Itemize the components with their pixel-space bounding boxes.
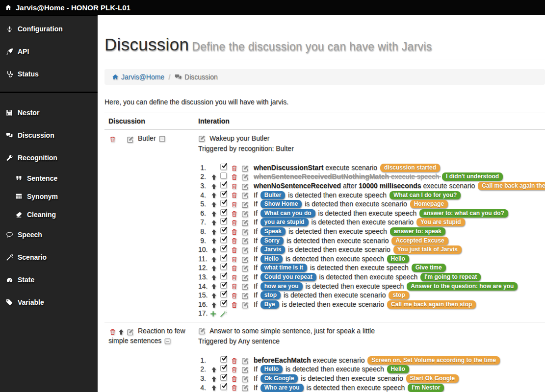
pencil-square-icon[interactable] bbox=[241, 228, 249, 236]
pencil-square-icon[interactable] bbox=[127, 136, 134, 143]
arrow-up-icon[interactable] bbox=[211, 192, 217, 198]
trash-icon[interactable] bbox=[231, 192, 237, 199]
enabled-checkbox[interactable] bbox=[220, 291, 227, 297]
pencil-square-icon[interactable] bbox=[241, 283, 249, 290]
trash-icon[interactable] bbox=[109, 328, 116, 336]
pencil-square-icon[interactable] bbox=[241, 192, 249, 199]
pencil-square-icon[interactable] bbox=[241, 165, 249, 172]
trash-icon[interactable] bbox=[231, 237, 237, 245]
pencil-square-icon[interactable] bbox=[241, 265, 249, 272]
enabled-checkbox[interactable] bbox=[220, 245, 227, 252]
trash-icon[interactable] bbox=[231, 274, 237, 281]
pencil-square-icon[interactable] bbox=[241, 366, 249, 373]
sidebar-item-status[interactable]: Status bbox=[0, 63, 98, 85]
enabled-checkbox[interactable] bbox=[220, 255, 227, 261]
arrow-up-icon[interactable] bbox=[211, 201, 217, 208]
sidebar-item-cleaning[interactable]: Cleaning bbox=[0, 205, 98, 223]
enabled-checkbox[interactable] bbox=[220, 227, 227, 234]
pencil-square-icon[interactable] bbox=[241, 292, 249, 299]
enabled-checkbox[interactable] bbox=[220, 200, 227, 206]
arrow-up-icon[interactable] bbox=[211, 183, 217, 190]
magic-wand-icon[interactable] bbox=[220, 311, 227, 318]
trash-icon[interactable] bbox=[231, 165, 237, 172]
enabled-checkbox[interactable] bbox=[220, 374, 227, 381]
enabled-checkbox[interactable] bbox=[220, 300, 227, 307]
arrow-up-icon[interactable] bbox=[211, 283, 217, 290]
arrow-up-icon[interactable] bbox=[211, 293, 217, 299]
trash-icon[interactable] bbox=[231, 246, 237, 254]
sidebar-item-nestor[interactable]: Nestor bbox=[0, 101, 98, 124]
pencil-square-icon[interactable] bbox=[241, 357, 249, 365]
enabled-checkbox[interactable] bbox=[220, 264, 227, 270]
trash-icon[interactable] bbox=[231, 366, 237, 373]
sidebar-item-sentence[interactable]: Sentence bbox=[0, 169, 98, 187]
enabled-checkbox[interactable] bbox=[220, 172, 227, 179]
trash-icon[interactable] bbox=[231, 228, 237, 236]
pencil-square-icon[interactable] bbox=[241, 219, 249, 226]
arrow-up-icon[interactable] bbox=[118, 329, 124, 335]
enabled-checkbox[interactable] bbox=[220, 218, 227, 224]
arrow-up-icon[interactable] bbox=[211, 302, 217, 308]
arrow-up-icon[interactable] bbox=[211, 256, 217, 263]
arrow-up-icon[interactable] bbox=[211, 220, 217, 226]
pencil-square-icon[interactable] bbox=[241, 201, 249, 208]
sidebar-item-state[interactable]: State bbox=[0, 269, 98, 291]
arrow-up-icon[interactable] bbox=[211, 385, 217, 391]
pencil-square-icon[interactable] bbox=[241, 384, 249, 392]
trash-icon[interactable] bbox=[231, 173, 237, 181]
app-brand[interactable]: Jarvis@Home - HONOR PLK-L01 bbox=[5, 3, 130, 12]
arrow-up-icon[interactable] bbox=[211, 229, 217, 235]
trash-icon[interactable] bbox=[231, 256, 237, 263]
enabled-checkbox[interactable] bbox=[220, 282, 227, 289]
plus-icon[interactable] bbox=[210, 311, 216, 317]
trash-icon[interactable] bbox=[231, 210, 237, 218]
trash-icon[interactable] bbox=[231, 301, 237, 309]
trash-icon[interactable] bbox=[231, 219, 237, 226]
minus-square-icon[interactable] bbox=[159, 136, 165, 142]
trash-icon[interactable] bbox=[231, 183, 237, 190]
arrow-up-icon[interactable] bbox=[211, 238, 217, 244]
pencil-square-icon[interactable] bbox=[241, 183, 249, 190]
sidebar-item-recognition[interactable]: Recognition bbox=[0, 147, 98, 169]
pencil-square-icon[interactable] bbox=[241, 237, 249, 245]
pencil-square-icon[interactable] bbox=[241, 246, 249, 254]
pencil-square-icon[interactable] bbox=[241, 256, 249, 263]
trash-icon[interactable] bbox=[109, 136, 116, 143]
trash-icon[interactable] bbox=[231, 201, 237, 208]
sidebar-item-configuration[interactable]: Configuration bbox=[0, 18, 98, 40]
pencil-square-icon[interactable] bbox=[241, 210, 249, 218]
enabled-checkbox[interactable] bbox=[220, 384, 227, 390]
pencil-square-icon[interactable] bbox=[241, 301, 249, 309]
pencil-square-icon[interactable] bbox=[198, 327, 206, 335]
arrow-up-icon[interactable] bbox=[211, 274, 217, 281]
enabled-checkbox[interactable] bbox=[220, 191, 227, 197]
pencil-square-icon[interactable] bbox=[241, 375, 249, 383]
pencil-square-icon[interactable] bbox=[241, 274, 249, 281]
enabled-checkbox[interactable] bbox=[220, 164, 227, 170]
arrow-up-icon[interactable] bbox=[211, 247, 217, 253]
sidebar-item-scenario[interactable]: Scenario bbox=[0, 246, 98, 269]
trash-icon[interactable] bbox=[231, 283, 237, 290]
enabled-checkbox[interactable] bbox=[220, 365, 227, 371]
trash-icon[interactable] bbox=[231, 292, 237, 299]
arrow-up-icon[interactable] bbox=[211, 211, 217, 217]
trash-icon[interactable] bbox=[231, 384, 237, 392]
trash-icon[interactable] bbox=[231, 265, 237, 272]
arrow-up-icon[interactable] bbox=[211, 265, 217, 271]
enabled-checkbox[interactable] bbox=[220, 356, 227, 363]
arrow-up-icon[interactable] bbox=[211, 376, 217, 382]
minus-square-icon[interactable] bbox=[164, 338, 171, 344]
sidebar-item-speech[interactable]: Speech bbox=[0, 223, 98, 246]
sidebar-item-synonym[interactable]: Synonym bbox=[0, 187, 98, 205]
trash-icon[interactable] bbox=[231, 357, 237, 365]
trash-icon[interactable] bbox=[231, 375, 237, 383]
enabled-checkbox[interactable] bbox=[220, 273, 227, 279]
arrow-up-icon[interactable] bbox=[211, 367, 217, 373]
enabled-checkbox[interactable] bbox=[220, 209, 227, 216]
sidebar-item-discussion[interactable]: Discussion bbox=[0, 124, 98, 147]
sidebar-item-api[interactable]: API bbox=[0, 40, 98, 63]
enabled-checkbox[interactable] bbox=[220, 237, 227, 243]
pencil-square-icon[interactable] bbox=[127, 328, 134, 336]
arrow-up-icon[interactable] bbox=[211, 174, 217, 180]
breadcrumb-home-link[interactable]: Jarvis@Home bbox=[112, 73, 164, 81]
